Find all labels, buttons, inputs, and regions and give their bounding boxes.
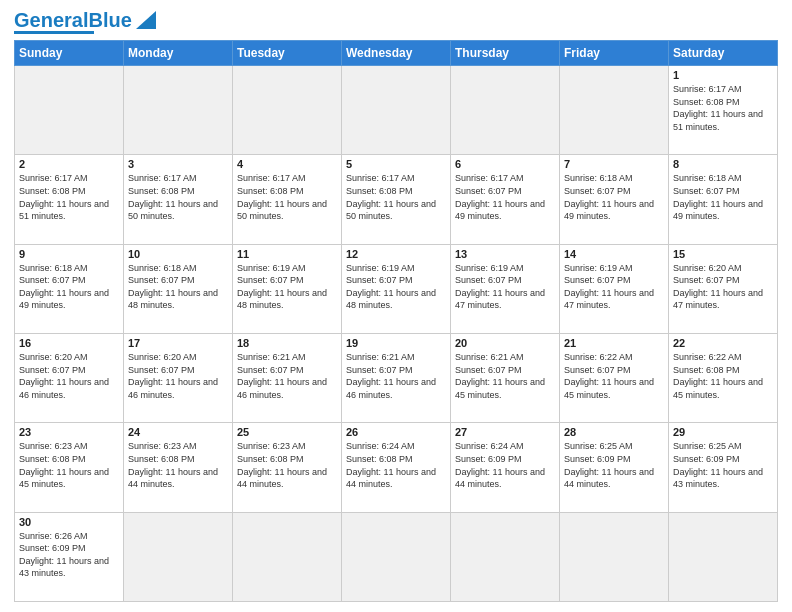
calendar-cell (560, 66, 669, 155)
day-number: 26 (346, 426, 446, 438)
day-number: 24 (128, 426, 228, 438)
day-info: Sunrise: 6:18 AMSunset: 6:07 PMDaylight:… (19, 262, 119, 312)
day-info: Sunrise: 6:20 AMSunset: 6:07 PMDaylight:… (673, 262, 773, 312)
day-info: Sunrise: 6:20 AMSunset: 6:07 PMDaylight:… (19, 351, 119, 401)
calendar-cell: 1Sunrise: 6:17 AMSunset: 6:08 PMDaylight… (669, 66, 778, 155)
calendar-cell: 15Sunrise: 6:20 AMSunset: 6:07 PMDayligh… (669, 244, 778, 333)
day-number: 10 (128, 248, 228, 260)
header-monday: Monday (124, 41, 233, 66)
calendar-cell: 2Sunrise: 6:17 AMSunset: 6:08 PMDaylight… (15, 155, 124, 244)
calendar-cell: 8Sunrise: 6:18 AMSunset: 6:07 PMDaylight… (669, 155, 778, 244)
day-number: 3 (128, 158, 228, 170)
calendar-cell: 17Sunrise: 6:20 AMSunset: 6:07 PMDayligh… (124, 333, 233, 422)
day-info: Sunrise: 6:19 AMSunset: 6:07 PMDaylight:… (237, 262, 337, 312)
calendar-cell: 4Sunrise: 6:17 AMSunset: 6:08 PMDaylight… (233, 155, 342, 244)
day-info: Sunrise: 6:23 AMSunset: 6:08 PMDaylight:… (237, 440, 337, 490)
day-number: 25 (237, 426, 337, 438)
calendar-cell: 24Sunrise: 6:23 AMSunset: 6:08 PMDayligh… (124, 423, 233, 512)
day-info: Sunrise: 6:21 AMSunset: 6:07 PMDaylight:… (455, 351, 555, 401)
page: GeneralBlue Sunday Monday Tuesday Wednes… (0, 0, 792, 612)
day-info: Sunrise: 6:22 AMSunset: 6:07 PMDaylight:… (564, 351, 664, 401)
calendar-cell (233, 66, 342, 155)
day-number: 16 (19, 337, 119, 349)
day-info: Sunrise: 6:19 AMSunset: 6:07 PMDaylight:… (455, 262, 555, 312)
calendar-cell: 23Sunrise: 6:23 AMSunset: 6:08 PMDayligh… (15, 423, 124, 512)
day-number: 6 (455, 158, 555, 170)
day-info: Sunrise: 6:20 AMSunset: 6:07 PMDaylight:… (128, 351, 228, 401)
calendar-cell: 3Sunrise: 6:17 AMSunset: 6:08 PMDaylight… (124, 155, 233, 244)
calendar-cell: 20Sunrise: 6:21 AMSunset: 6:07 PMDayligh… (451, 333, 560, 422)
calendar-cell: 29Sunrise: 6:25 AMSunset: 6:09 PMDayligh… (669, 423, 778, 512)
logo-general: General (14, 9, 88, 31)
logo-triangle-icon (134, 11, 156, 29)
calendar-cell: 21Sunrise: 6:22 AMSunset: 6:07 PMDayligh… (560, 333, 669, 422)
day-info: Sunrise: 6:23 AMSunset: 6:08 PMDaylight:… (128, 440, 228, 490)
day-info: Sunrise: 6:17 AMSunset: 6:08 PMDaylight:… (346, 172, 446, 222)
day-info: Sunrise: 6:22 AMSunset: 6:08 PMDaylight:… (673, 351, 773, 401)
day-number: 2 (19, 158, 119, 170)
day-info: Sunrise: 6:21 AMSunset: 6:07 PMDaylight:… (346, 351, 446, 401)
day-number: 9 (19, 248, 119, 260)
day-info: Sunrise: 6:17 AMSunset: 6:08 PMDaylight:… (19, 172, 119, 222)
svg-marker-0 (136, 11, 156, 29)
day-number: 8 (673, 158, 773, 170)
calendar-cell (15, 66, 124, 155)
day-number: 30 (19, 516, 119, 528)
day-info: Sunrise: 6:17 AMSunset: 6:07 PMDaylight:… (455, 172, 555, 222)
calendar-cell: 22Sunrise: 6:22 AMSunset: 6:08 PMDayligh… (669, 333, 778, 422)
day-info: Sunrise: 6:25 AMSunset: 6:09 PMDaylight:… (673, 440, 773, 490)
calendar-cell: 16Sunrise: 6:20 AMSunset: 6:07 PMDayligh… (15, 333, 124, 422)
calendar-cell: 27Sunrise: 6:24 AMSunset: 6:09 PMDayligh… (451, 423, 560, 512)
calendar-header-row: Sunday Monday Tuesday Wednesday Thursday… (15, 41, 778, 66)
calendar-cell (669, 512, 778, 601)
day-number: 19 (346, 337, 446, 349)
calendar-cell (233, 512, 342, 601)
day-number: 17 (128, 337, 228, 349)
day-info: Sunrise: 6:24 AMSunset: 6:08 PMDaylight:… (346, 440, 446, 490)
day-info: Sunrise: 6:21 AMSunset: 6:07 PMDaylight:… (237, 351, 337, 401)
calendar-cell (451, 512, 560, 601)
calendar-cell: 5Sunrise: 6:17 AMSunset: 6:08 PMDaylight… (342, 155, 451, 244)
calendar-cell: 26Sunrise: 6:24 AMSunset: 6:08 PMDayligh… (342, 423, 451, 512)
calendar-cell: 10Sunrise: 6:18 AMSunset: 6:07 PMDayligh… (124, 244, 233, 333)
calendar-cell: 11Sunrise: 6:19 AMSunset: 6:07 PMDayligh… (233, 244, 342, 333)
day-number: 29 (673, 426, 773, 438)
calendar-cell (124, 66, 233, 155)
calendar-cell (560, 512, 669, 601)
day-info: Sunrise: 6:17 AMSunset: 6:08 PMDaylight:… (128, 172, 228, 222)
calendar-cell: 25Sunrise: 6:23 AMSunset: 6:08 PMDayligh… (233, 423, 342, 512)
header-wednesday: Wednesday (342, 41, 451, 66)
header: GeneralBlue (14, 10, 778, 34)
header-friday: Friday (560, 41, 669, 66)
calendar-cell: 28Sunrise: 6:25 AMSunset: 6:09 PMDayligh… (560, 423, 669, 512)
day-number: 28 (564, 426, 664, 438)
day-number: 11 (237, 248, 337, 260)
logo-text: GeneralBlue (14, 10, 132, 30)
day-info: Sunrise: 6:18 AMSunset: 6:07 PMDaylight:… (128, 262, 228, 312)
header-sunday: Sunday (15, 41, 124, 66)
day-number: 1 (673, 69, 773, 81)
day-number: 27 (455, 426, 555, 438)
day-info: Sunrise: 6:17 AMSunset: 6:08 PMDaylight:… (673, 83, 773, 133)
calendar-cell: 7Sunrise: 6:18 AMSunset: 6:07 PMDaylight… (560, 155, 669, 244)
day-number: 21 (564, 337, 664, 349)
calendar-cell (124, 512, 233, 601)
logo-underline (14, 31, 94, 34)
day-number: 5 (346, 158, 446, 170)
day-number: 22 (673, 337, 773, 349)
header-thursday: Thursday (451, 41, 560, 66)
day-number: 23 (19, 426, 119, 438)
calendar-cell: 9Sunrise: 6:18 AMSunset: 6:07 PMDaylight… (15, 244, 124, 333)
calendar-cell (342, 512, 451, 601)
day-info: Sunrise: 6:24 AMSunset: 6:09 PMDaylight:… (455, 440, 555, 490)
calendar-cell (451, 66, 560, 155)
calendar-cell: 14Sunrise: 6:19 AMSunset: 6:07 PMDayligh… (560, 244, 669, 333)
calendar-cell: 12Sunrise: 6:19 AMSunset: 6:07 PMDayligh… (342, 244, 451, 333)
day-info: Sunrise: 6:18 AMSunset: 6:07 PMDaylight:… (673, 172, 773, 222)
day-info: Sunrise: 6:25 AMSunset: 6:09 PMDaylight:… (564, 440, 664, 490)
day-info: Sunrise: 6:17 AMSunset: 6:08 PMDaylight:… (237, 172, 337, 222)
day-number: 20 (455, 337, 555, 349)
day-info: Sunrise: 6:19 AMSunset: 6:07 PMDaylight:… (564, 262, 664, 312)
calendar-cell: 30Sunrise: 6:26 AMSunset: 6:09 PMDayligh… (15, 512, 124, 601)
day-info: Sunrise: 6:18 AMSunset: 6:07 PMDaylight:… (564, 172, 664, 222)
